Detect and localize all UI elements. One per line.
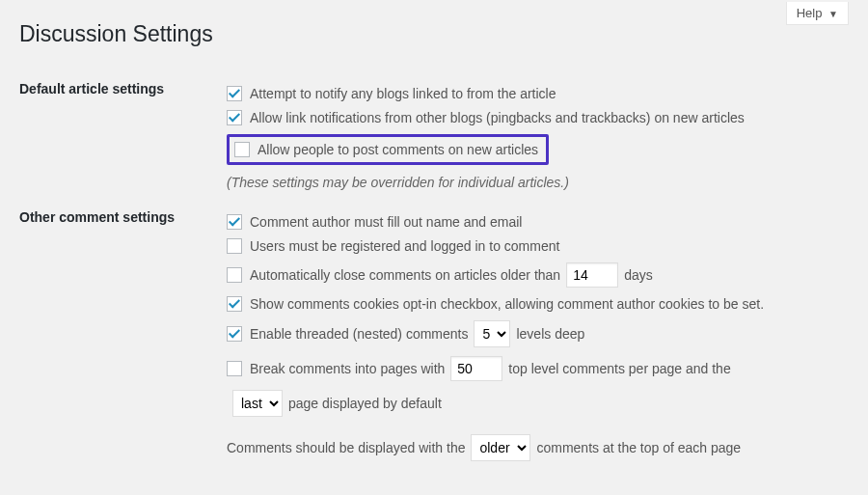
checkbox-cookies-optin[interactable]: [227, 296, 242, 312]
input-close-days[interactable]: [566, 262, 618, 288]
label-order-a: Comments should be displayed with the: [227, 440, 465, 455]
label-paginate-b: top level comments per page and the: [508, 361, 730, 376]
label-cookies-optin: Show comments cookies opt-in checkbox, a…: [250, 296, 764, 312]
label-allow-pingbacks: Allow link notifications from other blog…: [250, 110, 745, 125]
checkbox-require-registration[interactable]: [227, 238, 242, 254]
select-thread-depth[interactable]: 5: [474, 320, 510, 347]
checkbox-require-name-email[interactable]: [227, 214, 242, 230]
help-tab[interactable]: Help ▼: [786, 2, 849, 25]
page-title: Discussion Settings: [19, 21, 849, 47]
label-auto-close-b: days: [624, 267, 653, 283]
label-require-name-email: Comment author must fill out name and em…: [250, 214, 522, 230]
section-default-article-settings: Default article settings: [19, 71, 227, 200]
checkbox-auto-close[interactable]: [227, 267, 242, 283]
select-default-page[interactable]: last: [232, 390, 283, 417]
label-threaded-a: Enable threaded (nested) comments: [250, 326, 468, 342]
input-per-page[interactable]: [450, 356, 502, 381]
checkbox-paginate[interactable]: [227, 361, 242, 376]
checkbox-notify-blogs[interactable]: [227, 86, 242, 101]
label-order-b: comments at the top of each page: [536, 440, 741, 455]
checkbox-allow-comments[interactable]: [234, 142, 250, 157]
note-override: (These settings may be overridden for in…: [227, 175, 839, 190]
chevron-down-icon: ▼: [828, 9, 838, 19]
checkbox-allow-pingbacks[interactable]: [227, 110, 242, 125]
label-auto-close-a: Automatically close comments on articles…: [250, 267, 560, 283]
section-other-comment-settings: Other comment settings: [19, 200, 227, 480]
label-default-page: page displayed by default: [288, 396, 442, 411]
help-label: Help: [797, 6, 823, 20]
label-require-registration: Users must be registered and logged in t…: [250, 238, 559, 254]
label-notify-blogs: Attempt to notify any blogs linked to fr…: [250, 86, 556, 101]
highlight-allow-comments: Allow people to post comments on new art…: [227, 134, 549, 165]
label-allow-comments: Allow people to post comments on new art…: [258, 142, 538, 157]
checkbox-threaded[interactable]: [227, 326, 242, 342]
label-threaded-b: levels deep: [516, 326, 584, 342]
select-comment-order[interactable]: older: [471, 434, 530, 461]
label-paginate-a: Break comments into pages with: [250, 361, 445, 376]
